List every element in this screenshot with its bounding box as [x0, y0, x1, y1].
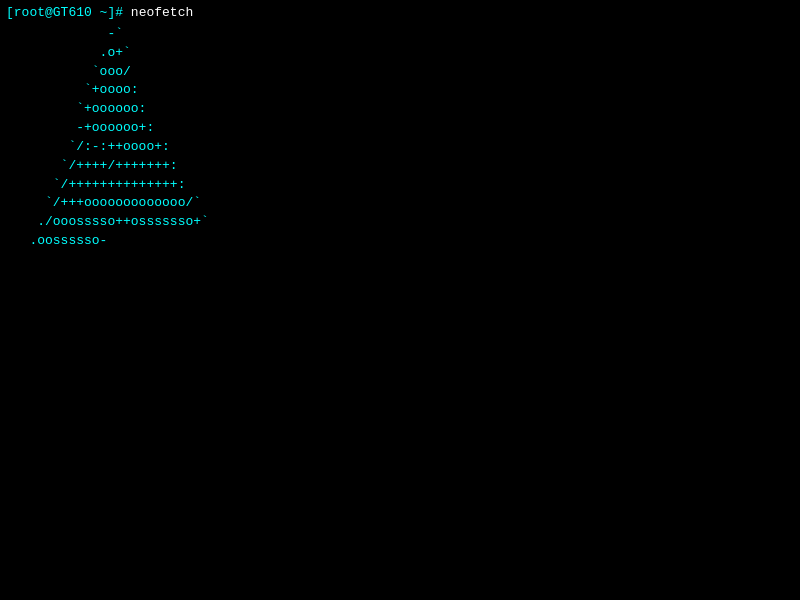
neofetch-output: -` .o+` `ooo/ `+oooo: `+oooooo: -+oooooo… [6, 25, 794, 251]
command-prompt: [root@GT610 ~]# [6, 5, 123, 20]
terminal: [root@GT610 ~]# neofetch -` .o+` `ooo/ `… [0, 0, 800, 600]
ascii-art: -` .o+` `ooo/ `+oooo: `+oooooo: -+oooooo… [6, 25, 316, 251]
command-text: neofetch [123, 5, 193, 20]
command-line: [root@GT610 ~]# neofetch [6, 4, 794, 23]
